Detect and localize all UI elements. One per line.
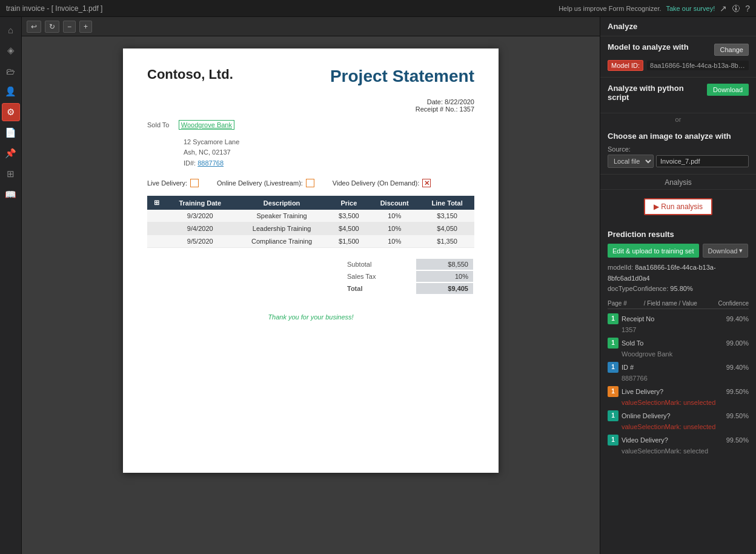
table-row: 9/4/2020 Leadership Training $4,500 10% … (147, 222, 474, 235)
toolbar: ↩ ↻ − + (22, 17, 600, 36)
sidebar-item-table[interactable]: ⊞ (2, 165, 20, 183)
sold-to-label: Sold To (147, 121, 170, 128)
feedback-link[interactable]: Take our survey! (666, 5, 715, 12)
run-analysis-row: ▶ Run analysis (600, 190, 756, 224)
sidebar-item-person[interactable]: 👤 (2, 82, 20, 101)
question-icon[interactable]: ? (745, 4, 750, 13)
result-row: 1 Sold To 99.00% (608, 336, 749, 350)
col-field-header: / Field name / Value (627, 300, 718, 307)
page-badge: 1 (608, 362, 618, 373)
row-price: $4,500 (329, 222, 369, 235)
chevron-down-icon: ▾ (739, 247, 743, 255)
result-item: 1 Video Delivery? 99.50% valueSelectionM… (608, 433, 749, 455)
change-model-button[interactable]: Change (714, 44, 749, 56)
result-value: 1357 (608, 326, 749, 333)
field-name: Online Delivery? (622, 412, 723, 419)
field-name: Receipt No (622, 315, 723, 322)
table-col-icon: ⊞ (147, 196, 165, 210)
prediction-buttons: Edit & upload to training set Download ▾ (608, 244, 749, 258)
confidence: 99.50% (726, 388, 749, 395)
doc-type-confidence-value: 95.80% (670, 285, 692, 292)
model-id-info-value: 8aa16866-16fe-44ca-b13a-8bfc6ad1d0a4 (608, 264, 716, 282)
result-row: 1 ID # 99.40% (608, 360, 749, 375)
field-name: Live Delivery? (622, 388, 723, 395)
model-title-row: Model to analyze with Change (608, 42, 749, 56)
company-name: Contoso, Ltd. (147, 67, 233, 82)
sidebar-item-home[interactable]: ⌂ (2, 21, 20, 39)
left-sidebar: ⌂ ◈ 🗁 👤 ⚙ 📄 📌 ⊞ 📖 (0, 17, 22, 554)
result-item: 1 Receipt No 99.40% 1357 (608, 312, 749, 333)
sidebar-item-folder[interactable]: 🗁 (2, 62, 20, 80)
run-analysis-button[interactable]: ▶ Run analysis (644, 198, 712, 215)
analyze-title: Analyze (608, 22, 637, 31)
address-line2: Ash, NC, 02137 (184, 147, 474, 158)
python-script-row: Analyze with python script Download (608, 84, 749, 107)
totals-table: Subtotal $8,550 Sales Tax 10% Total $9,4… (341, 258, 474, 295)
info-icon[interactable]: 🛈 (732, 4, 740, 13)
table-col-desc: Description (234, 196, 328, 210)
choose-image-title: Choose an image to analyze with (608, 132, 749, 141)
external-link-icon[interactable]: ↗ (720, 4, 727, 13)
invoice-date: Date: 8/22/2020 (147, 98, 474, 105)
invoice-header: Contoso, Ltd. Project Statement (147, 67, 474, 86)
zoom-in-button[interactable]: + (79, 21, 92, 33)
sold-to-value: Woodgrove Bank (179, 120, 234, 130)
sidebar-item-document[interactable]: 📄 (2, 124, 20, 142)
result-value: valueSelectionMark: unselected (608, 399, 749, 406)
row-icon (147, 222, 165, 235)
model-id-info: modelId: 8aa16866-16fe-44ca-b13a-8bfc6ad… (608, 262, 749, 284)
row-desc: Leadership Training (234, 222, 328, 235)
row-icon (147, 235, 165, 248)
row-price: $1,500 (329, 235, 369, 248)
main-layout: ⌂ ◈ 🗁 👤 ⚙ 📄 📌 ⊞ 📖 ↩ ↻ − + Contoso, Ltd. … (0, 17, 756, 554)
online-delivery: Online Delivery (Livestream): (217, 179, 314, 187)
invoice-meta: Date: 8/22/2020 Receipt # No.: 1357 (147, 98, 474, 113)
prediction-title: Prediction results (608, 230, 749, 239)
result-table-header: Page # / Field name / Value Confidence (608, 298, 749, 309)
undo-button[interactable]: ↩ (27, 21, 41, 33)
row-total: $1,350 (420, 235, 474, 248)
invoice-table: ⊞ Training Date Description Price Discou… (147, 196, 474, 248)
edit-upload-button[interactable]: Edit & upload to training set (608, 244, 699, 258)
result-item: 1 Online Delivery? 99.50% valueSelection… (608, 409, 749, 430)
python-section-title: Analyze with python script (608, 84, 707, 102)
total-label: Total (342, 283, 415, 294)
table-row: 9/5/2020 Compliance Training $1,500 10% … (147, 235, 474, 248)
page-badge: 1 (608, 338, 618, 349)
python-download-button[interactable]: Download (707, 84, 749, 96)
video-delivery-label: Video Delivery (On Demand): (333, 179, 419, 187)
sold-to-section: Sold To Woodgrove Bank (147, 121, 474, 128)
sidebar-item-settings[interactable]: ⚙ (2, 103, 20, 121)
or-divider: or (600, 116, 756, 123)
feedback-text: Help us improve Form Recognizer. (559, 5, 661, 12)
redo-button[interactable]: ↻ (45, 21, 59, 33)
sidebar-item-book[interactable]: 📖 (2, 185, 20, 204)
col-page-header: Page # (608, 300, 627, 307)
sidebar-item-pin[interactable]: 📌 (2, 144, 20, 162)
document-viewer[interactable]: Contoso, Ltd. Project Statement Date: 8/… (22, 36, 600, 554)
download-dropdown-button[interactable]: Download ▾ (703, 244, 749, 258)
invoice-receipt-no: Receipt # No.: 1357 (147, 105, 474, 113)
zoom-out-button[interactable]: − (63, 21, 76, 33)
confidence: 99.40% (726, 315, 749, 322)
source-select[interactable]: Local file (608, 155, 654, 168)
online-delivery-label: Online Delivery (Livestream): (217, 179, 303, 187)
col-conf-header: Confidence (718, 300, 749, 307)
sales-tax-label: Sales Tax (342, 271, 415, 282)
thank-you: Thank you for your business! (147, 313, 474, 321)
prediction-model-info: modelId: 8aa16866-16fe-44ca-b13a-8bfc6ad… (608, 262, 749, 295)
table-col-date: Training Date (165, 196, 234, 210)
result-value: Woodgrove Bank (608, 350, 749, 358)
table-row: 9/3/2020 Speaker Training $3,500 10% $3,… (147, 210, 474, 222)
result-value: valueSelectionMark: unselected (608, 423, 749, 430)
row-desc: Speaker Training (234, 210, 328, 222)
doc-type-confidence: docTypeConfidence: 95.80% (608, 284, 749, 295)
file-input[interactable] (656, 155, 749, 167)
row-discount: 10% (369, 235, 420, 248)
panel-header: Analyze (600, 17, 756, 36)
id-line: ID#: 8887768 (147, 159, 474, 167)
sidebar-item-tag[interactable]: ◈ (2, 41, 20, 59)
model-section-title: Model to analyze with (608, 42, 689, 52)
subtotal-value: $8,550 (416, 259, 473, 270)
result-row: 1 Online Delivery? 99.50% (608, 409, 749, 423)
